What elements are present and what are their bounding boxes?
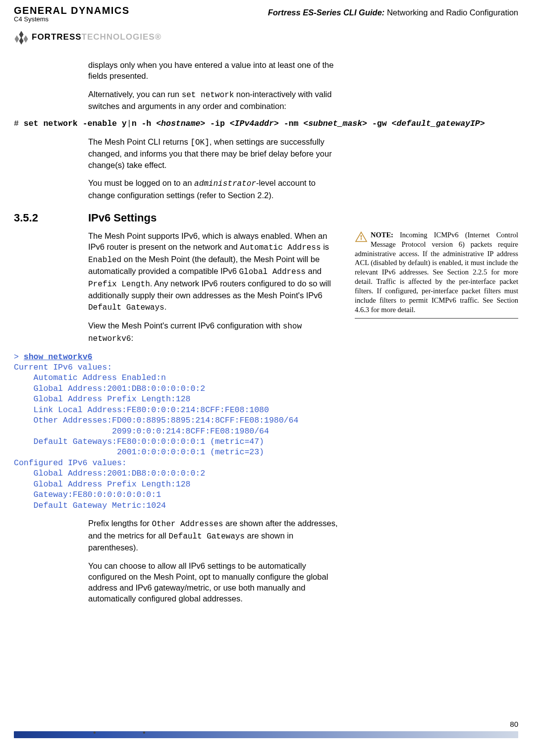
svg-point-5 [360, 235, 362, 237]
note-label: NOTE: [371, 231, 393, 239]
cli-output-block: > show networkv6 Current IPv6 values: Au… [14, 352, 341, 511]
inline-code: Global Address [239, 268, 306, 276]
note-text: Incoming ICMPv6 (Internet Control Messag… [355, 231, 518, 314]
warning-icon [355, 231, 368, 242]
text: Alternatively, you can run [88, 90, 182, 99]
command-block: # set network -enable y|n -h <hostname> … [14, 118, 518, 129]
footer-dot: • [93, 728, 96, 737]
svg-marker-3 [19, 37, 24, 45]
section-heading: 3.5.2 IPv6 Settings [14, 212, 518, 224]
logo-c4systems: C4 Systems [14, 15, 130, 23]
text: You must be logged on to an [88, 178, 194, 187]
paragraph: You can choose to allow all IPv6 setting… [88, 560, 341, 604]
cli-output: Current IPv6 values: Automatic Address E… [14, 363, 298, 510]
svg-rect-6 [361, 237, 362, 240]
text: and [306, 267, 322, 275]
paragraph: Prefix lengths for Other Addresses are s… [88, 518, 341, 553]
paragraph: Alternatively, you can run set network n… [88, 89, 341, 112]
text: View the Mesh Point's current IPv6 confi… [88, 321, 283, 330]
fortress-logo-row: FORTRESSTECHNOLOGIES® [14, 30, 518, 45]
paragraph: The Mesh Point supports IPv6, which is a… [88, 230, 341, 314]
inline-code: set network [182, 91, 234, 100]
text: The Mesh Point CLI returns [88, 137, 190, 146]
section-title: IPv6 Settings [88, 212, 157, 224]
inline-code: Other Addresses [152, 520, 223, 529]
note-divider [355, 318, 518, 319]
cli-command: show networkv6 [24, 352, 93, 362]
brand-logo: GENERAL DYNAMICS C4 Systems [14, 5, 130, 23]
page-number: 80 [510, 720, 518, 728]
inline-code: Prefix Length [88, 280, 150, 289]
footer-bar: • • [14, 731, 518, 738]
side-note: NOTE: Incoming ICMPv6 (Internet Control … [341, 230, 518, 319]
svg-marker-2 [24, 35, 28, 43]
svg-marker-1 [15, 35, 19, 43]
inline-code: [OK] [190, 138, 209, 147]
text: Prefix lengths for [88, 519, 152, 528]
paragraph: displays only when you have entered a va… [88, 59, 341, 82]
paragraph: You must be logged on to an administrato… [88, 177, 341, 201]
text: is [321, 242, 329, 251]
text: . [164, 302, 167, 311]
fortress-icon [14, 30, 29, 45]
cli-prompt: > [14, 352, 24, 362]
fortress-text-gray: TECHNOLOGIES® [82, 32, 162, 42]
doc-title: Fortress ES-Series CLI Guide: Networking… [268, 8, 518, 17]
footer-dot: • [143, 728, 146, 737]
doc-title-rest: Networking and Radio Configuration [384, 8, 518, 17]
text: : [131, 333, 133, 342]
logo-generaldynamics: GENERAL DYNAMICS [14, 5, 130, 16]
inline-code: administrator [194, 179, 256, 188]
doc-title-bold: Fortress ES-Series CLI Guide: [268, 8, 385, 17]
fortress-text-bold: FORTRESS [32, 32, 82, 42]
paragraph: View the Mesh Point's current IPv6 confi… [88, 320, 341, 344]
paragraph: The Mesh Point CLI returns [OK], when se… [88, 136, 341, 170]
inline-code: Default Gateways [168, 532, 245, 541]
inline-code: Automatic Address [240, 243, 321, 252]
section-number: 3.5.2 [14, 212, 88, 224]
inline-code: Default Gateways [88, 303, 164, 312]
inline-code: Enabled [88, 256, 121, 265]
